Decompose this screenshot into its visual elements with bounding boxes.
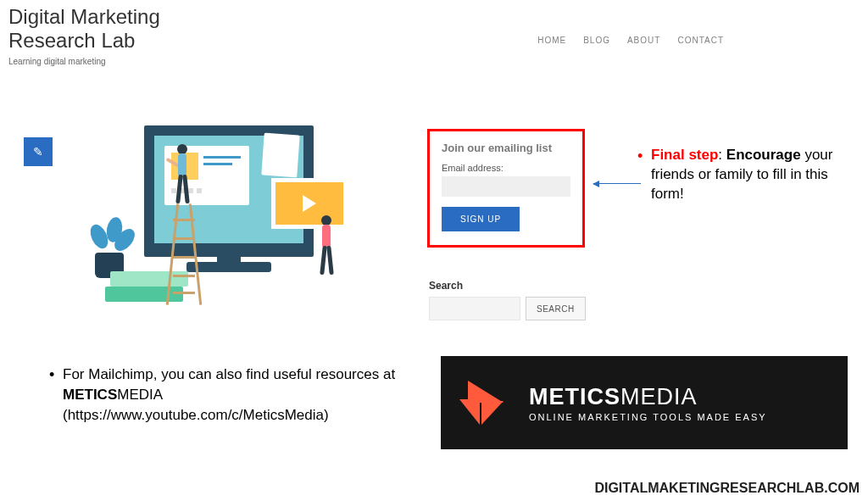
- nav-about[interactable]: ABOUT: [627, 36, 660, 45]
- email-signup-form: Join our emailing list Email address: SI…: [427, 129, 585, 248]
- mailchimp-note: • For Mailchimp, you can also find usefu…: [63, 365, 402, 425]
- annotation-text: • Final step: Encourage your friends or …: [651, 146, 854, 204]
- edit-button[interactable]: ✎: [24, 137, 53, 166]
- hero-illustration: [85, 125, 381, 312]
- annotation-final-step: Final step: [651, 147, 718, 163]
- email-label: Email address:: [442, 163, 570, 173]
- search-label: Search: [429, 280, 586, 292]
- mm-title-light: MEDIA: [620, 384, 698, 409]
- nav-contact[interactable]: CONTACT: [677, 36, 724, 45]
- email-field[interactable]: [442, 176, 570, 197]
- form-title: Join our emailing list: [442, 142, 570, 154]
- search-widget: Search SEARCH: [429, 280, 586, 320]
- watermark: DIGITALMAKETINGRESEARCHLAB.COM: [594, 481, 860, 496]
- nav-home[interactable]: HOME: [537, 36, 566, 45]
- main-nav: HOME BLOG ABOUT CONTACT: [537, 36, 724, 45]
- mm-title-bold: METICS: [529, 384, 620, 409]
- search-input[interactable]: [429, 297, 520, 320]
- annotation-arrow-icon: [593, 183, 641, 184]
- pencil-icon: ✎: [33, 145, 43, 159]
- site-tagline: Learning digital marketing: [8, 57, 186, 66]
- metics-logo-icon: [459, 376, 514, 430]
- metics-media-banner: METICSMEDIA ONLINE MARKETING TOOLS MADE …: [441, 356, 848, 449]
- search-button[interactable]: SEARCH: [526, 297, 586, 320]
- annotation-encourage: Encourage: [726, 147, 801, 163]
- signup-button[interactable]: SIGN UP: [442, 207, 520, 231]
- site-title: Digital Marketing Research Lab: [8, 5, 186, 52]
- mm-subtitle: ONLINE MARKETING TOOLS MADE EASY: [529, 412, 767, 422]
- nav-blog[interactable]: BLOG: [583, 36, 610, 45]
